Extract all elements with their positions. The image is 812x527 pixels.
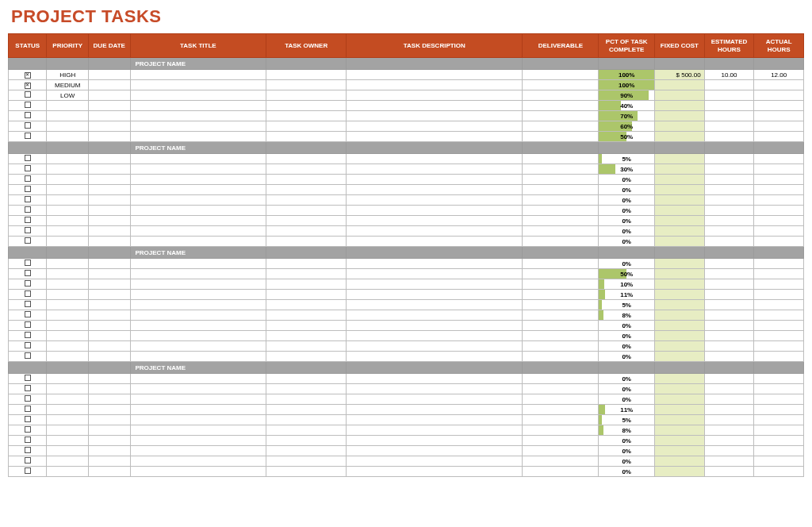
task-owner-cell[interactable] bbox=[266, 164, 347, 175]
task-desc-cell[interactable] bbox=[347, 216, 523, 226]
task-desc-cell[interactable] bbox=[347, 415, 523, 425]
deliverable-cell[interactable] bbox=[523, 216, 599, 226]
priority-cell[interactable] bbox=[47, 446, 89, 456]
priority-cell[interactable] bbox=[47, 101, 89, 111]
deliverable-cell[interactable] bbox=[523, 384, 599, 394]
deliverable-cell[interactable] bbox=[523, 259, 599, 269]
task-desc-cell[interactable] bbox=[347, 226, 523, 237]
task-title-cell[interactable] bbox=[130, 90, 266, 101]
task-title-cell[interactable] bbox=[130, 154, 266, 164]
est-hours-cell[interactable] bbox=[704, 164, 754, 175]
task-owner-cell[interactable] bbox=[266, 206, 347, 216]
deliverable-cell[interactable] bbox=[523, 467, 599, 477]
fixed-cost-cell[interactable] bbox=[655, 269, 705, 279]
est-hours-cell[interactable] bbox=[704, 456, 754, 467]
due-date-cell[interactable] bbox=[88, 226, 130, 237]
pct-complete-cell[interactable]: 90% bbox=[599, 90, 655, 101]
fixed-cost-cell[interactable] bbox=[655, 374, 705, 384]
task-title-cell[interactable] bbox=[130, 259, 266, 269]
deliverable-cell[interactable] bbox=[523, 331, 599, 341]
act-hours-cell[interactable] bbox=[754, 80, 804, 90]
task-owner-cell[interactable] bbox=[266, 321, 347, 331]
status-checkbox[interactable] bbox=[25, 395, 31, 402]
task-title-cell[interactable] bbox=[130, 132, 266, 142]
task-title-cell[interactable] bbox=[130, 164, 266, 175]
task-desc-cell[interactable] bbox=[347, 331, 523, 341]
priority-cell[interactable] bbox=[47, 226, 89, 237]
est-hours-cell[interactable] bbox=[704, 154, 754, 164]
priority-cell[interactable] bbox=[47, 237, 89, 247]
due-date-cell[interactable] bbox=[88, 310, 130, 321]
fixed-cost-cell[interactable] bbox=[655, 101, 705, 111]
fixed-cost-cell[interactable] bbox=[655, 175, 705, 185]
fixed-cost-cell[interactable] bbox=[655, 279, 705, 290]
est-hours-cell[interactable] bbox=[704, 195, 754, 206]
act-hours-cell[interactable] bbox=[754, 321, 804, 331]
fixed-cost-cell[interactable] bbox=[655, 111, 705, 121]
deliverable-cell[interactable] bbox=[523, 446, 599, 456]
task-owner-cell[interactable] bbox=[266, 269, 347, 279]
due-date-cell[interactable] bbox=[88, 259, 130, 269]
pct-complete-cell[interactable]: 0% bbox=[599, 341, 655, 352]
due-date-cell[interactable] bbox=[88, 331, 130, 341]
status-checkbox[interactable] bbox=[25, 83, 31, 89]
priority-cell[interactable] bbox=[47, 384, 89, 394]
deliverable-cell[interactable] bbox=[523, 279, 599, 290]
task-desc-cell[interactable] bbox=[347, 467, 523, 477]
priority-cell[interactable] bbox=[47, 154, 89, 164]
task-owner-cell[interactable] bbox=[266, 185, 347, 195]
task-owner-cell[interactable] bbox=[266, 175, 347, 185]
act-hours-cell[interactable] bbox=[754, 175, 804, 185]
task-title-cell[interactable] bbox=[130, 70, 266, 80]
due-date-cell[interactable] bbox=[88, 121, 130, 132]
act-hours-cell[interactable] bbox=[754, 90, 804, 101]
act-hours-cell[interactable] bbox=[754, 384, 804, 394]
fixed-cost-cell[interactable] bbox=[655, 415, 705, 425]
pct-complete-cell[interactable]: 0% bbox=[599, 195, 655, 206]
pct-complete-cell[interactable]: 0% bbox=[599, 394, 655, 405]
due-date-cell[interactable] bbox=[88, 237, 130, 247]
pct-complete-cell[interactable]: 8% bbox=[599, 310, 655, 321]
act-hours-cell[interactable] bbox=[754, 269, 804, 279]
pct-complete-cell[interactable]: 0% bbox=[599, 206, 655, 216]
fixed-cost-cell[interactable] bbox=[655, 206, 705, 216]
due-date-cell[interactable] bbox=[88, 206, 130, 216]
task-desc-cell[interactable] bbox=[347, 436, 523, 446]
est-hours-cell[interactable] bbox=[704, 310, 754, 321]
due-date-cell[interactable] bbox=[88, 425, 130, 436]
task-title-cell[interactable] bbox=[130, 341, 266, 352]
priority-cell[interactable] bbox=[47, 121, 89, 132]
due-date-cell[interactable] bbox=[88, 195, 130, 206]
task-title-cell[interactable] bbox=[130, 456, 266, 467]
priority-cell[interactable] bbox=[47, 279, 89, 290]
act-hours-cell[interactable] bbox=[754, 425, 804, 436]
task-owner-cell[interactable] bbox=[266, 216, 347, 226]
act-hours-cell[interactable] bbox=[754, 374, 804, 384]
deliverable-cell[interactable] bbox=[523, 164, 599, 175]
deliverable-cell[interactable] bbox=[523, 290, 599, 300]
status-checkbox[interactable] bbox=[25, 375, 31, 381]
act-hours-cell[interactable] bbox=[754, 436, 804, 446]
pct-complete-cell[interactable]: 0% bbox=[599, 436, 655, 446]
priority-cell[interactable] bbox=[47, 300, 89, 310]
est-hours-cell[interactable] bbox=[704, 175, 754, 185]
fixed-cost-cell[interactable]: $ 500.00 bbox=[655, 70, 705, 80]
task-owner-cell[interactable] bbox=[266, 195, 347, 206]
task-desc-cell[interactable] bbox=[347, 405, 523, 415]
due-date-cell[interactable] bbox=[88, 352, 130, 362]
pct-complete-cell[interactable]: 0% bbox=[599, 185, 655, 195]
pct-complete-cell[interactable]: 5% bbox=[599, 154, 655, 164]
est-hours-cell[interactable] bbox=[704, 226, 754, 237]
task-desc-cell[interactable] bbox=[347, 206, 523, 216]
task-desc-cell[interactable] bbox=[347, 195, 523, 206]
pct-complete-cell[interactable]: 8% bbox=[599, 425, 655, 436]
est-hours-cell[interactable] bbox=[704, 259, 754, 269]
status-checkbox[interactable] bbox=[25, 301, 31, 307]
task-title-cell[interactable] bbox=[130, 269, 266, 279]
task-owner-cell[interactable] bbox=[266, 290, 347, 300]
task-title-cell[interactable] bbox=[130, 290, 266, 300]
task-title-cell[interactable] bbox=[130, 216, 266, 226]
task-owner-cell[interactable] bbox=[266, 405, 347, 415]
deliverable-cell[interactable] bbox=[523, 341, 599, 352]
due-date-cell[interactable] bbox=[88, 405, 130, 415]
